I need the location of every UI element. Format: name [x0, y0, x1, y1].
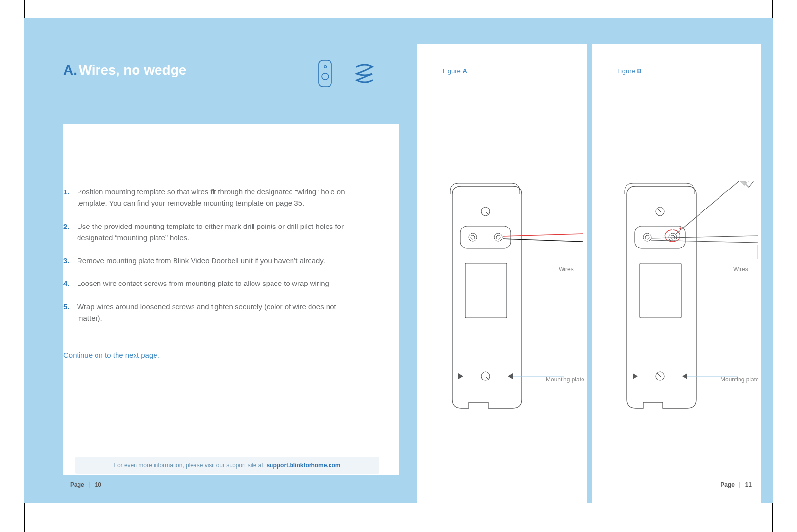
- page-word: Page: [720, 481, 735, 488]
- step-item: 2. Use the provided mounting template to…: [63, 221, 360, 244]
- svg-line-29: [657, 373, 663, 379]
- step-text: Position mounting template so that wires…: [77, 186, 360, 209]
- svg-point-1: [324, 65, 327, 68]
- svg-line-11: [503, 239, 583, 242]
- step-text: Remove mounting plate from Blink Video D…: [77, 255, 360, 266]
- wires-callout-b: Wires: [733, 266, 748, 273]
- doorbell-icon: [318, 60, 332, 89]
- wires-label: Wires: [559, 266, 574, 273]
- step-item: 4. Loosen wire contact screws from mount…: [63, 278, 360, 289]
- crop-mark: [772, 503, 773, 532]
- svg-point-21: [645, 235, 649, 239]
- page-num: 10: [95, 481, 101, 488]
- plate-label: Mounting plate: [546, 376, 584, 383]
- svg-line-18: [657, 209, 663, 214]
- crop-mark: [399, 503, 399, 532]
- svg-rect-5: [460, 226, 511, 248]
- right-page: Figure A: [399, 18, 773, 503]
- svg-rect-27: [640, 263, 681, 318]
- step-number: 4.: [63, 278, 77, 289]
- page-number-right: Page | 11: [720, 481, 752, 488]
- svg-line-4: [483, 209, 488, 214]
- svg-line-24: [651, 236, 758, 238]
- svg-point-22: [669, 233, 677, 241]
- svg-point-7: [471, 235, 475, 239]
- crop-mark: [24, 0, 25, 18]
- crop-mark: [772, 0, 773, 18]
- page-header: A. Wires, no wedge: [24, 18, 399, 106]
- page-sep: |: [89, 481, 90, 488]
- header-icons: [318, 59, 377, 89]
- step-number: 5.: [63, 301, 77, 324]
- svg-line-10: [503, 234, 583, 236]
- figure-prefix: Figure: [443, 67, 462, 75]
- instructions-panel: 1. Position mounting template so that wi…: [63, 124, 399, 475]
- left-page: A. Wires, no wedge: [24, 18, 399, 503]
- page-num: 11: [745, 481, 752, 488]
- page-sep: |: [739, 481, 740, 488]
- svg-point-9: [496, 235, 500, 239]
- crop-mark: [24, 503, 25, 532]
- continue-hint: Continue on to the next page.: [63, 351, 360, 359]
- manual-spread: A. Wires, no wedge: [0, 0, 797, 532]
- figure-prefix: Figure: [617, 67, 637, 75]
- support-link[interactable]: support.blinkforhome.com: [266, 462, 340, 469]
- svg-point-6: [469, 233, 477, 241]
- svg-point-23: [671, 235, 675, 239]
- crop-mark: [0, 503, 24, 503]
- step-text: Wrap wires around loosened screws and ti…: [77, 301, 360, 324]
- plate-callout-b: Mounting plate: [720, 376, 759, 383]
- crop-mark: [399, 0, 399, 18]
- crop-mark: [773, 503, 797, 503]
- step-list: 1. Position mounting template so that wi…: [63, 186, 360, 323]
- svg-point-2: [322, 73, 329, 80]
- figure-a-label: Figure A: [443, 67, 467, 75]
- wires-label: Wires: [733, 266, 748, 273]
- step-number: 1.: [63, 186, 77, 209]
- step-item: 3. Remove mounting plate from Blink Vide…: [63, 255, 360, 266]
- svg-rect-0: [319, 60, 331, 87]
- svg-point-20: [643, 233, 651, 241]
- step-number: 2.: [63, 221, 77, 244]
- figure-id: A: [462, 67, 467, 75]
- svg-rect-12: [465, 263, 507, 318]
- figure-id: B: [637, 67, 641, 75]
- figure-b-panel: Figure B: [592, 44, 761, 503]
- page-word: Page: [70, 481, 84, 488]
- step-number: 3.: [63, 255, 77, 266]
- svg-line-14: [483, 373, 488, 379]
- svg-line-25: [651, 240, 758, 243]
- svg-rect-19: [635, 226, 685, 248]
- support-bar: For even more information, please visit …: [75, 457, 379, 474]
- support-lead: For even more information, please visit …: [114, 462, 267, 469]
- plate-label: Mounting plate: [720, 376, 759, 383]
- svg-line-26: [676, 181, 741, 234]
- step-text: Loosen wire contact screws from mounting…: [77, 278, 360, 289]
- header-divider: [342, 59, 342, 89]
- figure-a-panel: Figure A: [417, 44, 587, 503]
- svg-point-8: [494, 233, 502, 241]
- crop-mark: [773, 18, 797, 18]
- crop-mark: [0, 18, 24, 18]
- page-number-left: Page | 10: [70, 481, 101, 488]
- header-prefix: A.: [63, 62, 77, 77]
- wire-icon: [352, 61, 377, 88]
- plate-callout-a: Mounting plate: [546, 376, 584, 383]
- header-title: Wires, no wedge: [79, 62, 187, 77]
- step-item: 5. Wrap wires around loosened screws and…: [63, 301, 360, 324]
- step-text: Use the provided mounting template to ei…: [77, 221, 360, 244]
- step-item: 1. Position mounting template so that wi…: [63, 186, 360, 209]
- wires-callout-a: Wires: [559, 266, 574, 273]
- figure-b-label: Figure B: [617, 67, 641, 75]
